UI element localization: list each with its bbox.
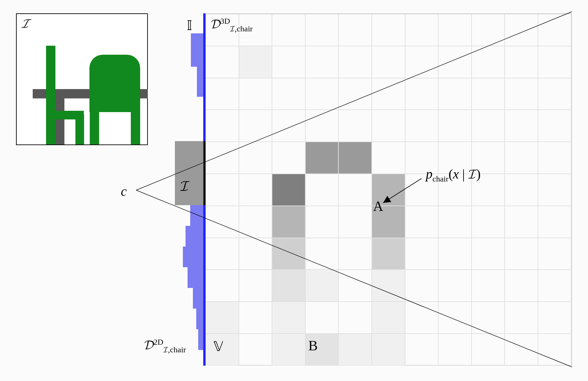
grid-cell xyxy=(505,270,538,302)
grid-cell xyxy=(338,142,372,174)
histogram-bar xyxy=(197,67,204,97)
grid-cell xyxy=(505,174,538,206)
histogram-bar xyxy=(183,247,204,267)
grid-cell xyxy=(405,238,438,270)
grid-cell xyxy=(338,46,372,78)
d3d-distribution-label: 𝓓3D𝓘,chair xyxy=(211,16,253,33)
grid-cell xyxy=(372,78,405,110)
left-chair-back xyxy=(46,46,55,144)
right-chair-leg-right xyxy=(131,111,140,144)
grid-cell xyxy=(405,334,438,366)
histogram-bar xyxy=(198,329,204,350)
grid-cell xyxy=(538,206,571,238)
grid-cell xyxy=(505,78,538,110)
camera-label: c xyxy=(121,183,127,199)
grid-cell xyxy=(305,302,339,334)
grid-cell xyxy=(338,270,372,302)
grid-cell xyxy=(338,78,372,110)
grid-cell xyxy=(472,14,505,46)
grid-cell xyxy=(538,14,571,46)
grid-cell xyxy=(538,142,571,174)
grid-cell xyxy=(538,46,571,78)
point-A-label: A xyxy=(373,198,383,214)
grid-cell xyxy=(305,174,339,206)
grid-cell xyxy=(372,110,405,142)
grid-cell xyxy=(538,238,571,270)
grid-cell xyxy=(438,206,472,238)
grid-cell xyxy=(206,110,239,142)
grid-cell xyxy=(338,14,372,46)
grid-cell xyxy=(206,78,239,110)
grid-cell xyxy=(206,206,239,238)
grid-cell xyxy=(372,14,405,46)
grid-cell xyxy=(305,78,339,110)
grid-cell xyxy=(206,142,239,174)
grid-cell xyxy=(472,110,505,142)
histogram-bar xyxy=(193,288,204,309)
p-chair-label: pchair(x | 𝓘) xyxy=(426,166,481,183)
grid-cell xyxy=(538,174,571,206)
grid-cell xyxy=(305,14,339,46)
histogram-bar xyxy=(196,309,204,329)
grid-cell xyxy=(505,110,538,142)
grid-cell xyxy=(305,270,339,302)
grid-cell xyxy=(338,238,372,270)
grid-cell xyxy=(372,302,405,334)
grid-cell xyxy=(405,14,438,46)
grid-cell xyxy=(272,14,305,46)
grid-cell xyxy=(272,302,305,334)
grid-cell xyxy=(305,238,339,270)
grid-cell xyxy=(206,270,239,302)
grid-cell xyxy=(438,46,472,78)
grid-cell xyxy=(538,302,571,334)
grid-cell xyxy=(272,270,305,302)
grid-cell xyxy=(538,270,571,302)
scene-drawing xyxy=(17,14,147,144)
grid-cell xyxy=(438,334,472,366)
grid-cell xyxy=(472,78,505,110)
grid-cell xyxy=(272,334,305,366)
grid-cell xyxy=(472,238,505,270)
grid-cell xyxy=(405,110,438,142)
grid-cell xyxy=(272,206,305,238)
grid-cell xyxy=(272,238,305,270)
grid-cell xyxy=(538,334,571,366)
grid-cell xyxy=(305,110,339,142)
grid-cells-container xyxy=(206,14,571,365)
grid-cell xyxy=(505,142,538,174)
image-plane-I-label: 𝓘 xyxy=(180,177,189,195)
grid-cell xyxy=(438,14,472,46)
grid-cell xyxy=(272,46,305,78)
blackboard-I-label: 𝕀 xyxy=(187,18,192,33)
grid-cell xyxy=(239,142,272,174)
grid-cell xyxy=(405,302,438,334)
grid-cell xyxy=(338,110,372,142)
grid-cell xyxy=(438,110,472,142)
grid-cell xyxy=(338,334,372,366)
grid-cell xyxy=(405,78,438,110)
grid-cell xyxy=(239,238,272,270)
grid-cell xyxy=(372,334,405,366)
grid-cell xyxy=(505,14,538,46)
grid-cell xyxy=(206,46,239,78)
grid-cell xyxy=(239,206,272,238)
grid-cell xyxy=(505,46,538,78)
grid-cell xyxy=(372,238,405,270)
left-chair-leg xyxy=(75,114,84,144)
histogram-bar xyxy=(188,267,204,288)
grid-cell xyxy=(505,302,538,334)
right-chair-leg-left xyxy=(90,111,99,144)
grid-cell xyxy=(372,142,405,174)
grid-cell xyxy=(438,270,472,302)
grid-cell xyxy=(338,174,372,206)
grid-cell xyxy=(472,334,505,366)
grid-cell xyxy=(372,46,405,78)
input-image-panel: 𝓘 xyxy=(16,13,148,145)
histogram-bar xyxy=(186,226,204,247)
grid-cell xyxy=(438,78,472,110)
grid-cell xyxy=(472,302,505,334)
grid-cell xyxy=(239,46,272,78)
grid-cell xyxy=(338,302,372,334)
grid-cell xyxy=(305,206,339,238)
grid-cell xyxy=(405,270,438,302)
